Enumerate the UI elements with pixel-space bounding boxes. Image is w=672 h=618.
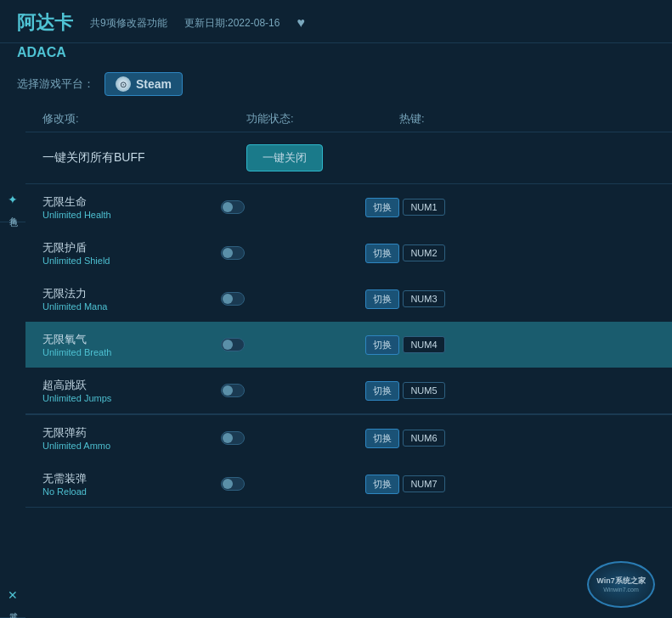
hotkey-key: NUM5	[403, 382, 445, 399]
hotkey-group: 切换 NUM3	[365, 289, 445, 309]
hotkey-group: 切换 NUM2	[365, 244, 445, 263]
header: 阿达卡 共9项修改器功能 更新日期:2022-08-16 ♥	[0, 0, 672, 43]
character-mod-item[interactable]: 无限护盾 Unlimited Shield 切换 NUM2	[25, 230, 672, 276]
sidebar: ✦ 角色 ✕ 武器	[0, 184, 25, 618]
hotkey-group: 切换 NUM1	[365, 198, 445, 217]
toggle-switch[interactable]	[221, 477, 245, 491]
toggle-switch[interactable]	[221, 431, 245, 445]
mod-toggle[interactable]	[221, 200, 365, 214]
toggle-switch[interactable]	[221, 292, 245, 306]
hotkey-group: 切换 NUM7	[365, 475, 445, 494]
mod-count: 共9项修改器功能	[90, 16, 167, 31]
column-headers: 修改项: 功能状态: 热键:	[25, 106, 672, 132]
steam-badge[interactable]: ⊙ Steam	[104, 72, 183, 96]
hotkey-switch-button[interactable]: 切换	[365, 475, 399, 494]
character-sidebar-label: 角色	[7, 210, 19, 213]
mod-labels: 无限弹药 Unlimited Ammo	[42, 425, 221, 451]
toggle-switch[interactable]	[221, 246, 245, 260]
hotkey-switch-button[interactable]: 切换	[365, 289, 399, 309]
mod-name-en: Unlimited Breath	[42, 347, 221, 357]
mod-name-zh: 无限生命	[42, 194, 221, 210]
hotkey-key: NUM2	[403, 244, 445, 261]
toggle-switch[interactable]	[221, 338, 245, 351]
watermark-line1: Win7系统之家	[596, 576, 645, 587]
hotkey-switch-button[interactable]: 切换	[365, 381, 399, 401]
mod-name-en: No Reload	[42, 486, 221, 497]
weapon-sidebar-icon: ✕	[8, 588, 18, 602]
mod-name-zh: 无需装弹	[42, 471, 221, 486]
character-mod-item[interactable]: 超高跳跃 Unlimited Jumps 切换 NUM5	[25, 368, 672, 413]
mod-name-zh: 无限护盾	[42, 240, 221, 256]
mod-labels: 无限护盾 Unlimited Shield	[42, 240, 221, 266]
mod-name-zh: 无限法力	[42, 286, 221, 301]
watermark-logo: Win7系统之家 Winwin7.com	[587, 561, 655, 608]
mod-toggle[interactable]	[221, 384, 365, 397]
mod-labels: 超高跳跃 Unlimited Jumps	[42, 378, 221, 403]
steam-icon: ⊙	[116, 76, 131, 92]
mod-toggle[interactable]	[221, 477, 365, 491]
weapon-sidebar-label: 武器	[7, 605, 19, 609]
mod-name-en: Unlimited Health	[42, 210, 221, 220]
game-title-zh: 阿达卡	[17, 10, 73, 36]
mod-labels: 无限生命 Unlimited Health	[42, 194, 221, 220]
mod-name-zh: 无限氧气	[42, 332, 221, 347]
watermark-line2: Winwin7.com	[603, 587, 639, 593]
one-key-row: 一键关闭所有BUFF 一键关闭	[25, 132, 672, 184]
toggle-switch[interactable]	[221, 200, 245, 214]
watermark: Win7系统之家 Winwin7.com	[579, 559, 664, 610]
hotkey-switch-button[interactable]: 切换	[365, 429, 399, 448]
mod-name-zh: 无限弹药	[42, 425, 221, 441]
hotkey-key: NUM3	[403, 290, 445, 307]
toggle-switch[interactable]	[221, 384, 245, 397]
main-container: 阿达卡 共9项修改器功能 更新日期:2022-08-16 ♥ ADACA 选择游…	[0, 0, 672, 618]
mod-toggle[interactable]	[221, 292, 365, 306]
hotkey-group: 切换 NUM6	[365, 429, 445, 448]
character-sidebar-icon: ✦	[8, 193, 18, 206]
sidebar-weapon-section: ✕ 武器	[0, 580, 25, 618]
mod-labels: 无限氧气 Unlimited Breath	[42, 332, 221, 357]
hotkey-key: NUM4	[403, 336, 445, 353]
mod-labels: 无限法力 Unlimited Mana	[42, 286, 221, 312]
weapon-mod-item[interactable]: 无需装弹 No Reload 切换 NUM7	[25, 461, 672, 507]
update-date: 更新日期:2022-08-16	[184, 16, 280, 31]
weapon-mods-section: 无限弹药 Unlimited Ammo 切换 NUM6 无需装弹 No Relo…	[25, 415, 672, 508]
hotkey-key: NUM1	[403, 199, 445, 216]
character-mod-item[interactable]: 无限氧气 Unlimited Breath 切换 NUM4	[25, 322, 672, 368]
mod-name-en: Unlimited Jumps	[42, 393, 221, 403]
mod-toggle[interactable]	[221, 431, 365, 445]
platform-row: 选择游戏平台： ⊙ Steam	[0, 62, 672, 106]
hotkey-key: NUM7	[403, 475, 445, 492]
character-mods-section: 无限生命 Unlimited Health 切换 NUM1 无限护盾 Unlim…	[25, 184, 672, 414]
hotkey-switch-button[interactable]: 切换	[365, 198, 399, 217]
col-mod-label: 修改项:	[42, 111, 246, 126]
game-title-en: ADACA	[0, 43, 672, 62]
mod-toggle[interactable]	[221, 246, 365, 260]
col-hotkey-label: 热键:	[399, 111, 425, 126]
mod-name-en: Unlimited Mana	[42, 301, 221, 312]
hotkey-switch-button[interactable]: 切换	[365, 335, 399, 355]
hotkey-key: NUM6	[403, 430, 445, 447]
items-list: 无限生命 Unlimited Health 切换 NUM1 无限护盾 Unlim…	[25, 184, 672, 618]
favorite-icon[interactable]: ♥	[296, 15, 305, 31]
sidebar-character-section: ✦ 角色	[0, 184, 25, 222]
content-area: ✦ 角色 ✕ 武器 无限生命 Unlimited Health 切换	[0, 184, 672, 618]
steam-text: Steam	[136, 77, 172, 91]
character-mod-item[interactable]: 无限生命 Unlimited Health 切换 NUM1	[25, 184, 672, 230]
character-mod-item[interactable]: 无限法力 Unlimited Mana 切换 NUM3	[25, 276, 672, 322]
mod-labels: 无需装弹 No Reload	[42, 471, 221, 497]
mod-name-zh: 超高跳跃	[42, 378, 221, 393]
one-key-label: 一键关闭所有BUFF	[42, 150, 246, 166]
weapon-mod-item[interactable]: 无限弹药 Unlimited Ammo 切换 NUM6	[25, 415, 672, 461]
platform-label: 选择游戏平台：	[17, 76, 94, 92]
one-key-button[interactable]: 一键关闭	[246, 144, 323, 171]
hotkey-group: 切换 NUM4	[365, 335, 445, 355]
header-meta: 共9项修改器功能 更新日期:2022-08-16 ♥	[90, 15, 305, 31]
mod-name-en: Unlimited Shield	[42, 256, 221, 266]
mod-name-en: Unlimited Ammo	[42, 441, 221, 451]
col-status-label: 功能状态:	[246, 111, 399, 126]
hotkey-group: 切换 NUM5	[365, 381, 445, 401]
hotkey-switch-button[interactable]: 切换	[365, 244, 399, 263]
mod-toggle[interactable]	[221, 338, 365, 351]
